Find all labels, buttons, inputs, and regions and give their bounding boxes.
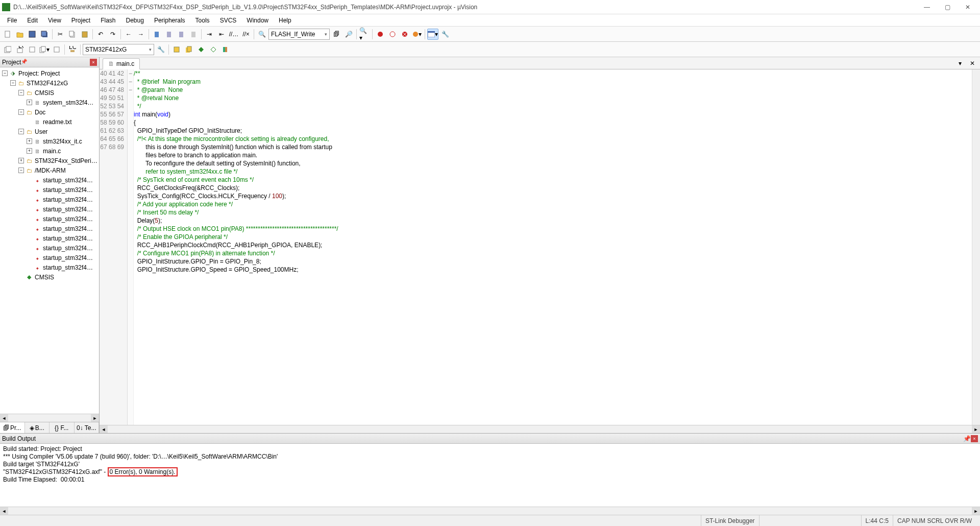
tree-file[interactable]: startup_stm32f4… [43, 206, 93, 213]
nav-back-icon[interactable]: ← [123, 29, 134, 40]
tree-file[interactable]: readme.txt [43, 118, 72, 126]
window-layout-icon[interactable]: ▾ [427, 29, 438, 40]
tree-file[interactable]: startup_stm32f4… [43, 186, 93, 194]
tree-file[interactable]: startup_stm32f4… [43, 235, 93, 242]
breakpoint-insert-icon[interactable] [375, 29, 386, 40]
tree-file[interactable]: startup_stm32f4… [43, 245, 93, 252]
tree-file[interactable]: startup_stm32f4… [43, 216, 93, 223]
tree-file[interactable]: startup_stm32f4… [43, 264, 93, 271]
copy-icon[interactable] [67, 29, 78, 40]
tree-file[interactable]: system_stm32f4… [43, 99, 93, 106]
editor-close-tab-icon[interactable]: ✕ [967, 58, 978, 69]
target-options-icon[interactable]: 🔧 [155, 44, 166, 55]
vertical-scrollbar[interactable] [972, 69, 980, 425]
bookmark-set-icon[interactable] [151, 29, 162, 40]
cut-icon[interactable]: ✂ [55, 29, 66, 40]
menu-svcs[interactable]: SVCS [215, 15, 242, 26]
save-all-icon[interactable] [39, 29, 50, 40]
code-content[interactable]: /** * @brief Main program * @param None … [134, 69, 972, 425]
stop-build-icon[interactable] [51, 44, 62, 55]
breakpoint-kill-icon[interactable] [399, 29, 410, 40]
editor-tab-mainc[interactable]: 🗎 main.c [103, 58, 140, 69]
build-icon[interactable]: LOAD [14, 44, 26, 55]
pin-icon[interactable]: 📌 [963, 435, 971, 442]
fold-column[interactable]: − − − [128, 69, 134, 425]
tree-cmsis[interactable]: CMSIS [35, 89, 54, 97]
tree-mdk[interactable]: /MDK-ARM [35, 167, 66, 174]
menu-tools[interactable]: Tools [190, 15, 215, 26]
minimize-button[interactable]: — [917, 2, 937, 13]
translate-icon[interactable] [2, 44, 13, 55]
tree-file[interactable]: main.c [43, 148, 61, 155]
undo-icon[interactable]: ↶ [95, 29, 106, 40]
breakpoint-enable-all-icon[interactable]: ▾ [411, 29, 423, 40]
open-file-icon[interactable] [14, 29, 26, 40]
tree-hscroll[interactable]: ◄► [0, 414, 99, 422]
tree-stdperiph[interactable]: STM32F4xx_StdPeri… [35, 157, 97, 164]
svg-rect-23 [41, 46, 45, 52]
debug-session-icon[interactable]: 🔍▾ [359, 29, 370, 40]
uncomment-icon[interactable]: //× [240, 29, 252, 40]
menu-flash[interactable]: Flash [95, 15, 120, 26]
configure-icon[interactable]: 🔧 [439, 29, 451, 40]
download-icon[interactable]: LOAD [67, 44, 78, 55]
comment-icon[interactable]: //… [228, 29, 239, 40]
paste-icon[interactable] [79, 29, 90, 40]
close-panel-button[interactable]: × [90, 59, 97, 66]
tree-file[interactable]: startup_stm32f4… [43, 225, 93, 232]
build-output-text[interactable]: Build started: Project: Project *** Usin… [0, 444, 980, 507]
tree-cmsis-component[interactable]: CMSIS [35, 274, 54, 281]
maximize-button[interactable]: ▢ [937, 2, 958, 13]
pack-installer-icon[interactable] [208, 44, 219, 55]
tree-file[interactable]: startup_stm32f4… [43, 177, 93, 184]
find-icon[interactable]: 🔍 [256, 29, 267, 40]
bookmark-next-icon[interactable] [176, 29, 187, 40]
nav-forward-icon[interactable]: → [135, 29, 146, 40]
books-icon[interactable] [220, 44, 231, 55]
menu-project[interactable]: Project [66, 15, 95, 26]
rebuild-icon[interactable] [27, 44, 38, 55]
menu-edit[interactable]: Edit [22, 15, 43, 26]
select-software-packs-icon[interactable] [183, 44, 194, 55]
tree-file[interactable]: startup_stm32f4… [43, 254, 93, 261]
manage-project-items-icon[interactable] [171, 44, 182, 55]
find-in-files-icon[interactable]: 🗐 [331, 29, 342, 40]
menu-debug[interactable]: Debug [121, 15, 149, 26]
editor-dropdown-icon[interactable]: ▾ [954, 58, 966, 69]
editor-hscroll[interactable]: ◄► [100, 425, 980, 433]
tree-user[interactable]: User [35, 128, 47, 135]
breakpoint-disable-icon[interactable] [387, 29, 398, 40]
manage-rte-icon[interactable] [195, 44, 207, 55]
bookmark-clear-icon[interactable] [188, 29, 199, 40]
menu-window[interactable]: Window [241, 15, 274, 26]
target-select-combo[interactable]: STM32F412xG [83, 44, 154, 55]
menu-file[interactable]: File [2, 15, 22, 26]
tab-templates[interactable]: 0↓ Te... [75, 422, 100, 433]
tree-file[interactable]: startup_stm32f4… [43, 196, 93, 203]
bookmark-prev-icon[interactable] [163, 29, 175, 40]
tree-file[interactable]: stm32f4xx_it.c [43, 138, 82, 145]
menu-view[interactable]: View [43, 15, 66, 26]
tab-functions[interactable]: {} F... [50, 422, 75, 433]
redo-icon[interactable]: ↷ [107, 29, 118, 40]
tree-doc[interactable]: Doc [35, 109, 45, 116]
batch-build-icon[interactable]: ▾ [39, 44, 50, 55]
close-window-button[interactable]: ✕ [958, 2, 978, 13]
menu-peripherals[interactable]: Peripherals [149, 15, 190, 26]
build-hscroll[interactable]: ◄► [0, 507, 980, 515]
code-editor[interactable]: 40 41 42 43 44 45 46 47 48 49 50 51 52 5… [100, 69, 980, 425]
close-panel-button[interactable]: × [971, 435, 978, 442]
tab-books[interactable]: ◈B... [25, 422, 50, 433]
new-file-icon[interactable] [2, 29, 13, 40]
menu-help[interactable]: Help [274, 15, 297, 26]
indent-icon[interactable]: ⇥ [204, 29, 215, 40]
save-icon[interactable] [27, 29, 38, 40]
tree-target[interactable]: STM32F412xG [27, 80, 68, 87]
project-tree[interactable]: −⬗Project: Project −🗀STM32F412xG −🗀CMSIS… [0, 67, 99, 414]
outdent-icon[interactable]: ⇤ [216, 29, 227, 40]
tab-project[interactable]: 🗐Pr... [0, 422, 25, 433]
pin-icon[interactable]: 📌 [21, 59, 28, 66]
incremental-find-icon[interactable]: 🔎 [343, 29, 354, 40]
tree-root[interactable]: Project: Project [18, 70, 60, 77]
find-target-combo[interactable]: FLASH_If_Write [268, 29, 330, 40]
